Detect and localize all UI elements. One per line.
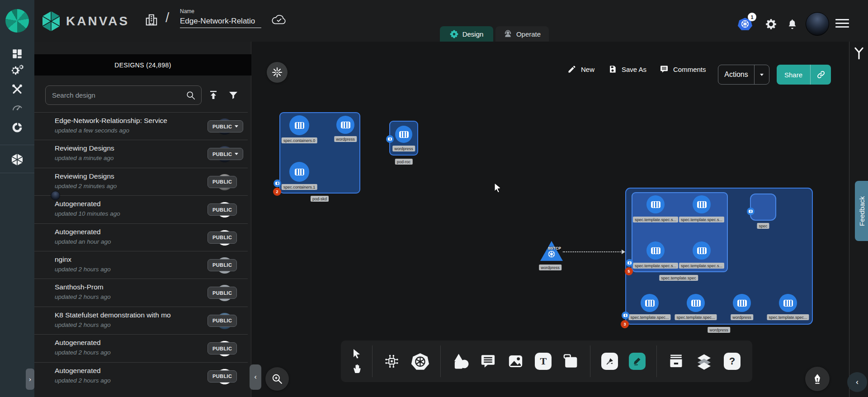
whiteboard-mode-button[interactable]	[805, 367, 830, 391]
node-container[interactable]	[646, 195, 665, 213]
help-tool-glyph: ?	[729, 355, 735, 367]
visibility-select[interactable]: PUBLIC	[208, 120, 243, 132]
copy-link-button[interactable]	[810, 65, 831, 85]
design-list-item[interactable]: Autogenerated updated 2 hours ago PUBLIC	[34, 362, 248, 390]
notifications-bell-icon[interactable]	[787, 18, 798, 30]
menu-hamburger-icon[interactable]	[835, 19, 849, 30]
provider-logo-button[interactable]	[0, 0, 34, 42]
node-container[interactable]	[779, 294, 797, 312]
comment-tool-icon[interactable]	[480, 353, 496, 370]
search-box[interactable]	[45, 85, 202, 105]
import-design-icon[interactable]	[208, 90, 219, 100]
sidebar-item-configuration[interactable]	[0, 83, 34, 95]
pod-kind-badge[interactable]	[626, 259, 633, 267]
rail-collapse-chevron[interactable]: ‹	[847, 372, 867, 392]
hierarchy-y-icon[interactable]	[853, 46, 865, 61]
design-updated: updated 2 hours ago	[55, 293, 111, 300]
new-button[interactable]: New	[567, 65, 594, 74]
comments-button[interactable]: Comments	[660, 65, 706, 74]
share-split-button[interactable]: Share	[777, 65, 831, 85]
node-container[interactable]	[289, 115, 309, 135]
node-spec-template-spec[interactable]	[632, 192, 728, 272]
pod-kind-badge[interactable]	[274, 180, 281, 187]
freehand-draw-icon	[632, 356, 642, 366]
node-container[interactable]	[336, 116, 354, 134]
tab-design[interactable]: Design	[440, 26, 493, 42]
node-container[interactable]	[687, 294, 705, 312]
error-count-badge[interactable]: 5	[625, 267, 633, 275]
node-label: spec.template.spec	[659, 275, 698, 281]
design-canvas[interactable]: New Save As Comments Actions	[252, 42, 849, 397]
node-container[interactable]	[693, 241, 711, 260]
sidebar-expand-chevron[interactable]: ›	[26, 369, 34, 390]
layers-tool-icon[interactable]	[695, 352, 713, 370]
node-container[interactable]	[289, 162, 309, 182]
edge-service-to-deployment[interactable]	[563, 251, 623, 252]
help-tool-button[interactable]: ?	[724, 353, 741, 370]
design-list-item[interactable]: Edge-Network-Relationship: Service updat…	[34, 112, 248, 140]
sidebar-item-lifecycle[interactable]	[0, 64, 34, 77]
filter-icon[interactable]	[228, 90, 239, 100]
feedback-tab[interactable]: Feedback	[855, 181, 868, 241]
design-list-item[interactable]: Autogenerated updated 10 minutes ago PUB…	[34, 195, 248, 223]
node-container[interactable]	[395, 126, 412, 143]
tab-operate[interactable]: Operate	[495, 26, 549, 42]
kubernetes-tool-icon[interactable]	[411, 352, 429, 371]
sidebar-item-dashboard[interactable]	[0, 48, 34, 60]
node-label: spec	[757, 223, 769, 229]
shapes-tool-icon[interactable]	[452, 352, 469, 370]
share-label[interactable]: Share	[777, 65, 810, 85]
node-container[interactable]	[646, 241, 665, 260]
sticky-note-tool-icon[interactable]	[562, 353, 579, 370]
design-list-item[interactable]: Autogenerated updated 2 hours ago PUBLIC	[34, 334, 248, 362]
deployment-kind-badge[interactable]	[622, 312, 629, 319]
organization-icon[interactable]	[145, 13, 158, 27]
freehand-draw-button[interactable]	[629, 353, 646, 370]
select-tool-icon[interactable]	[352, 349, 362, 359]
chevron-down-icon	[760, 74, 764, 76]
search-input[interactable]	[46, 91, 186, 99]
node-service-wordpress[interactable]	[540, 241, 563, 261]
pen-tool-button[interactable]	[601, 353, 618, 370]
node-container[interactable]	[641, 294, 659, 312]
actions-dropdown-toggle[interactable]	[754, 65, 769, 84]
design-name-label: Name	[180, 8, 262, 14]
design-name-input[interactable]	[180, 16, 261, 28]
design-updated: updated 2 hours ago	[55, 377, 111, 384]
sidebar-item-kanvas[interactable]	[0, 153, 34, 166]
settings-gear-icon[interactable]	[765, 18, 777, 30]
design-updated: updated a minute ago	[55, 155, 114, 161]
sidebar-item-performance[interactable]	[0, 101, 34, 113]
pod-kind-badge[interactable]	[386, 135, 394, 143]
visibility-badge: PUBLIC	[208, 259, 237, 271]
zoom-button[interactable]	[265, 367, 289, 391]
save-as-button[interactable]: Save As	[608, 65, 646, 74]
design-list-item[interactable]: K8 Statefulset demonstration with mo upd…	[34, 307, 248, 334]
node-container[interactable]	[693, 195, 711, 213]
templates-drawer-icon[interactable]	[668, 353, 684, 370]
node-spec[interactable]	[750, 194, 776, 221]
image-tool-icon[interactable]	[507, 353, 524, 370]
design-list-item[interactable]: nginx updated 2 hours ago PUBLIC	[34, 251, 248, 279]
design-list-item[interactable]: Reviewing Designs updated 2 minutes ago …	[34, 168, 248, 195]
components-tool-icon[interactable]	[383, 353, 400, 370]
pod-kind-badge[interactable]	[747, 208, 755, 215]
design-name: Autogenerated	[55, 339, 101, 347]
pan-hand-icon[interactable]	[351, 363, 362, 374]
text-tool-button[interactable]: T	[535, 353, 552, 370]
design-list-item[interactable]: Santhosh-Prom updated 2 hours ago PUBLIC	[34, 279, 248, 306]
user-avatar[interactable]	[806, 12, 829, 36]
error-count-badge[interactable]: 3	[621, 320, 629, 328]
error-count-badge[interactable]: 2	[273, 188, 281, 196]
sidebar-item-extensions[interactable]	[0, 121, 34, 134]
cloud-saved-icon	[271, 14, 287, 26]
collaborator-avatar	[51, 191, 60, 200]
visibility-select[interactable]: PUBLIC	[208, 148, 243, 160]
design-list-item[interactable]: Autogenerated updated an hour ago PUBLIC	[34, 223, 248, 251]
panel-collapse-chevron[interactable]: ‹	[250, 364, 261, 390]
actions-split-button[interactable]: Actions	[718, 65, 769, 85]
node-container[interactable]	[733, 294, 751, 312]
link-icon	[816, 70, 826, 79]
design-list-item[interactable]: Reviewing Designs updated a minute ago P…	[34, 140, 248, 167]
actions-label[interactable]: Actions	[718, 65, 754, 84]
